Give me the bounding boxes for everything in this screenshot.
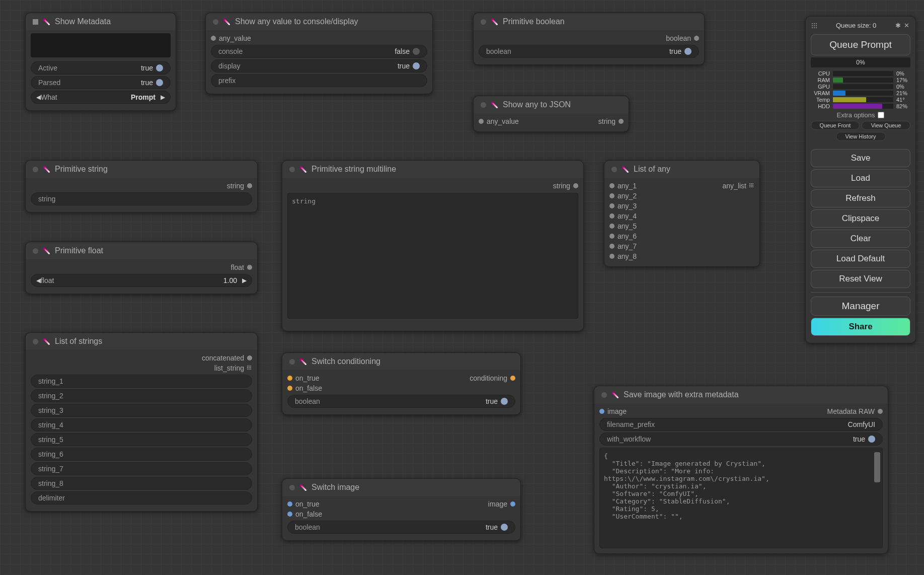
widget-parsed[interactable]: Parsedtrue: [31, 76, 171, 89]
arrow-left-icon[interactable]: ◀: [36, 94, 41, 101]
output-port[interactable]: [619, 119, 624, 124]
collapse-icon[interactable]: [611, 167, 617, 172]
gear-icon[interactable]: ✱: [895, 22, 901, 29]
arrow-right-icon[interactable]: ▶: [161, 94, 165, 101]
reset-view-button[interactable]: Reset View: [811, 270, 910, 288]
collapse-icon[interactable]: [33, 248, 38, 254]
node-header[interactable]: Primitive boolean: [474, 13, 704, 30]
node-header[interactable]: Show Metadata: [26, 13, 176, 30]
input-port[interactable]: [609, 234, 614, 239]
widget-string_5[interactable]: string_5: [31, 433, 252, 446]
input-port[interactable]: [609, 213, 614, 219]
output-port[interactable]: [247, 183, 252, 188]
output-port[interactable]: [694, 36, 699, 41]
node-header[interactable]: Switch image: [282, 479, 520, 496]
output-port[interactable]: [510, 501, 515, 507]
output-port[interactable]: [510, 376, 515, 381]
input-port[interactable]: [479, 119, 484, 124]
widget-active[interactable]: Activetrue: [31, 61, 171, 75]
widget-string_8[interactable]: string_8: [31, 477, 252, 490]
output-port[interactable]: [247, 366, 252, 371]
load-button[interactable]: Load: [811, 169, 910, 187]
widget-string_4[interactable]: string_4: [31, 418, 252, 432]
clipspace-button[interactable]: Clipspace: [811, 209, 910, 228]
widget-display[interactable]: displaytrue: [211, 59, 427, 73]
view-queue-button[interactable]: View Queue: [862, 121, 910, 130]
input-port[interactable]: [287, 501, 292, 507]
collapse-icon[interactable]: [289, 359, 295, 365]
extra-options-checkbox[interactable]: [878, 112, 884, 118]
save-button[interactable]: Save: [811, 149, 910, 167]
node-show-any-json[interactable]: Show any to JSON any_value string: [473, 96, 629, 132]
widget-what[interactable]: ◀WhatPrompt▶: [31, 91, 171, 104]
collapse-icon[interactable]: [289, 485, 295, 490]
node-primitive-float[interactable]: Primitive float float ◀float1.00▶: [25, 242, 258, 294]
widget-string_2[interactable]: string_2: [31, 389, 252, 402]
node-show-any-console[interactable]: Show any value to console/display any_va…: [205, 13, 433, 94]
share-button[interactable]: Share: [811, 318, 910, 336]
input-port[interactable]: [609, 193, 614, 198]
input-port[interactable]: [609, 203, 614, 208]
view-history-button[interactable]: View History: [836, 132, 886, 141]
input-port[interactable]: [287, 512, 292, 517]
widget-float[interactable]: ◀float1.00▶: [31, 274, 252, 287]
widget-string_7[interactable]: string_7: [31, 462, 252, 475]
arrow-right-icon[interactable]: ▶: [242, 277, 247, 284]
node-save-image-metadata[interactable]: Save image with extra metadata image Met…: [594, 386, 888, 554]
widget-boolean[interactable]: booleantrue: [479, 45, 699, 58]
node-header[interactable]: Switch conditioning: [282, 353, 520, 370]
queue-prompt-button[interactable]: Queue Prompt: [811, 34, 910, 55]
widget-prefix[interactable]: prefix: [211, 74, 427, 87]
widget-filename-prefix[interactable]: filename_prefixComfyUI: [599, 418, 883, 431]
widget-string_6[interactable]: string_6: [31, 448, 252, 461]
node-header[interactable]: Show any value to console/display: [206, 13, 432, 30]
control-panel[interactable]: Queue size: 0 ✱✕ Queue Prompt 0% CPU0%RA…: [805, 16, 916, 343]
refresh-button[interactable]: Refresh: [811, 189, 910, 207]
output-port[interactable]: [878, 409, 883, 414]
extra-options[interactable]: Extra options: [811, 111, 910, 119]
input-port[interactable]: [609, 254, 614, 259]
widget-boolean[interactable]: booleantrue: [287, 521, 515, 534]
collapse-icon[interactable]: [289, 167, 295, 172]
output-port[interactable]: [573, 183, 578, 188]
input-port[interactable]: [609, 224, 614, 229]
input-port[interactable]: [211, 36, 216, 41]
json-textarea[interactable]: { "Title": "Image generated by Crystian"…: [599, 448, 883, 548]
node-list-of-strings[interactable]: List of strings concatenated list_string…: [25, 332, 258, 512]
collapse-icon[interactable]: [33, 19, 38, 25]
scrollbar-thumb[interactable]: [874, 452, 880, 482]
node-header[interactable]: Primitive float: [26, 242, 257, 259]
node-primitive-string[interactable]: Primitive string string string: [25, 160, 258, 212]
node-primitive-string-multiline[interactable]: Primitive string multiline string string: [282, 160, 584, 331]
widget-console[interactable]: consolefalse: [211, 45, 427, 58]
node-header[interactable]: Show any to JSON: [474, 96, 629, 113]
queue-front-button[interactable]: Queue Front: [811, 121, 860, 130]
widget-string[interactable]: string: [31, 192, 252, 205]
node-switch-image[interactable]: Switch image on_true image on_false bool…: [282, 478, 521, 541]
node-primitive-boolean[interactable]: Primitive boolean boolean booleantrue: [473, 13, 705, 65]
node-header[interactable]: Primitive string: [26, 161, 257, 178]
widget-string_3[interactable]: string_3: [31, 404, 252, 417]
input-port[interactable]: [609, 183, 614, 188]
collapse-icon[interactable]: [481, 19, 486, 25]
node-header[interactable]: Primitive string multiline: [282, 161, 583, 178]
manager-button[interactable]: Manager: [811, 297, 910, 316]
clear-button[interactable]: Clear: [811, 230, 910, 248]
arrow-left-icon[interactable]: ◀: [36, 277, 41, 284]
widget-boolean[interactable]: booleantrue: [287, 395, 515, 408]
load-default-button[interactable]: Load Default: [811, 250, 910, 268]
output-port[interactable]: [749, 183, 754, 188]
output-port[interactable]: [247, 355, 252, 361]
input-port[interactable]: [609, 244, 614, 249]
widget-string_1[interactable]: string_1: [31, 375, 252, 388]
node-switch-conditioning[interactable]: Switch conditioning on_true conditioning…: [282, 352, 521, 415]
widget-delimiter[interactable]: delimiter: [31, 491, 252, 505]
input-port[interactable]: [287, 386, 292, 391]
collapse-icon[interactable]: [213, 19, 218, 25]
input-port[interactable]: [287, 376, 292, 381]
widget-with-workflow[interactable]: with_workflowtrue: [599, 433, 883, 446]
node-show-metadata[interactable]: Show Metadata Activetrue Parsedtrue ◀Wha…: [25, 13, 176, 111]
node-list-of-any[interactable]: List of any any_1 any_list any_2any_3any…: [604, 160, 760, 267]
collapse-icon[interactable]: [481, 102, 486, 108]
drag-handle-icon[interactable]: [812, 23, 817, 28]
